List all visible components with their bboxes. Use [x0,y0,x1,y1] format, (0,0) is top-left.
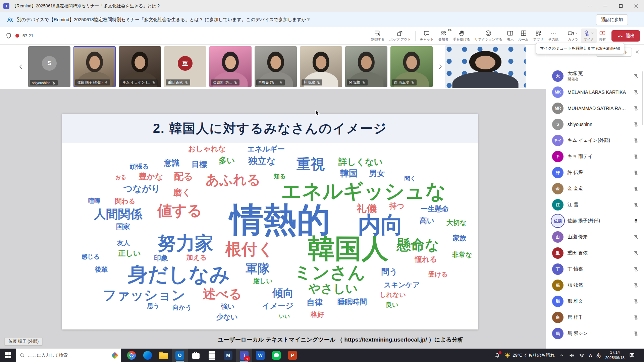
mic-muted-icon[interactable] [633,106,639,111]
taskbar-clock[interactable]: 17:14 2025/06/18 [605,350,625,360]
taskbar-app-chrome[interactable] [123,349,140,362]
taskbar-app-word[interactable]: W [252,349,268,362]
participant-row[interactable]: 丁丁 怡嘉 [546,261,644,277]
toolbar-raise-hand-button[interactable]: 手を挙げる [451,28,473,43]
toolbar-chat-button[interactable]: チャット [418,28,436,43]
participant-row[interactable]: 唐唐 梓千 [546,309,644,325]
action-center-icon[interactable] [629,352,635,358]
video-tile[interactable]: 重重田 蒼依 [164,46,206,87]
participant-row[interactable]: 馬馬 紫シン [546,325,644,342]
network-icon[interactable] [579,353,585,358]
meeting-shield-icon[interactable] [5,33,12,39]
taskbar-app-m365[interactable]: M [220,349,236,362]
toolbar-share-button[interactable]: 共有 [597,28,608,43]
ime-lang-indicator[interactable]: A [589,353,592,358]
toolbar-popout-button[interactable]: ポップ アウト [387,28,413,43]
participant-name: 張 牧然 [568,282,583,288]
mic-muted-icon[interactable] [633,234,639,240]
volume-icon[interactable] [569,353,575,358]
video-tile[interactable]: 佐藤 揚子 (外部) [73,46,116,87]
video-tile[interactable]: 関 堤換 [345,46,387,87]
taskbar-app-line[interactable] [268,349,284,362]
toolbar-mic-button[interactable]: マイク [581,28,597,43]
mic-muted-icon[interactable] [633,122,639,127]
video-tile[interactable]: 정민희 (外... [209,46,252,87]
mic-muted-icon[interactable] [633,186,639,191]
video-tile[interactable]: 白 瑪玉珍 [390,46,433,87]
mic-muted-icon[interactable] [633,170,639,175]
taskbar-app-document[interactable] [204,349,220,362]
taskbar-app-file-explorer[interactable] [156,349,172,362]
window-maximize-icon[interactable] [613,0,629,12]
filmstrip-next-button[interactable] [437,63,444,70]
ime-mode-indicator[interactable]: あ [596,352,601,358]
mic-muted-icon[interactable] [633,138,639,143]
participant-row[interactable]: 重重田 蒼依 [546,245,644,261]
participant-name: 鄭 雅文 [568,298,583,304]
start-button[interactable] [0,349,16,362]
taskbar-search-input[interactable]: ここに入力して検索 [16,349,121,362]
filmstrip-prev-button[interactable] [17,63,24,70]
window-minimize-icon[interactable] [598,0,613,12]
participant-row[interactable]: 鄭鄭 雅文 [546,293,644,309]
wordcloud-word: 努力家 [157,234,214,253]
mic-muted-icon[interactable] [633,299,639,304]
mic-muted-icon[interactable] [633,73,639,79]
mic-muted-icon[interactable] [633,154,639,159]
taskbar-app-teams[interactable]: T1 [236,349,252,362]
presenter-name-chip: 佐藤 揚子 (外部) [5,337,42,346]
tray-alert-icon[interactable] [494,353,500,358]
taskbar-app-outlook[interactable]: O [172,349,188,362]
mic-icon[interactable] [633,218,639,224]
taskbar-app-edge[interactable] [140,349,156,362]
taskbar-app-store[interactable] [188,349,204,362]
participant-row[interactable]: 金金 奎道 [546,181,644,197]
toolbar-view-button[interactable]: 表示 [504,28,516,43]
toolbar-rooms-button[interactable]: ルーム [516,28,531,43]
weather-widget[interactable]: 29°C くもりのち晴れ [504,352,555,358]
video-tile[interactable]: 朴 現建 [300,46,342,87]
participant-row[interactable]: 山山瀬 優奈 [546,229,644,245]
panel-close-icon[interactable] [634,49,641,55]
mic-muted-icon[interactable] [633,283,639,288]
chevron-down-icon[interactable] [591,32,594,35]
tray-overflow-chevron-icon[interactable] [559,353,565,358]
toolbar-more-button[interactable]: その他 [546,28,561,43]
participant-row[interactable]: Sshiyoushinn [546,116,644,132]
mic-muted-icon[interactable] [633,250,639,256]
mic-muted-icon[interactable] [633,89,639,95]
toolbar-people-button[interactable]: 24参加者 [436,28,451,43]
wordcloud-word: 強い [221,303,234,310]
spotlight-video-tile[interactable] [445,45,526,88]
participant-row[interactable]: 佐揚佐藤 揚子(外部) [546,213,644,229]
video-tile[interactable]: 최하늘 (ち... [255,46,297,87]
video-tile[interactable]: Sshiyoushinn [28,46,70,87]
video-tile[interactable]: キム イェイン (... [119,46,161,87]
participant-row[interactable]: MKMELANIA LARAS KARTIKA [546,84,644,100]
participant-row[interactable]: 張張 牧然 [546,277,644,293]
participant-row[interactable]: キイキム イェイン(外部) [546,132,644,148]
mic-muted-icon[interactable] [633,202,639,207]
mic-muted-icon[interactable] [633,266,639,272]
join-call-button[interactable]: 通話に参加 [596,14,628,25]
toolbar-react-button[interactable]: リアクションする [472,28,504,43]
participant-row[interactable]: 許許 伝煜 [546,165,644,181]
slide-attribution: ユーザーローカル テキストマイニングツール （ https://textmini… [201,336,480,344]
participant-row[interactable]: 江江 雪 [546,197,644,213]
mic-muted-icon[interactable] [633,331,639,336]
window-more-icon[interactable] [582,0,598,12]
panel-scrollbar[interactable] [642,71,643,125]
toolbar-apps-button[interactable]: アプリ [531,28,546,43]
participant-row[interactable]: 大大塚 薫開催者 [546,68,644,84]
taskbar-app-powerpoint[interactable]: P [284,349,301,362]
toolbar-control-button[interactable]: 制御する [369,28,387,43]
chevron-down-icon[interactable] [575,32,579,35]
leave-button[interactable]: 退出 [611,30,640,42]
window-close-icon[interactable] [629,0,644,12]
toolbar-camera-button[interactable]: カメラ [565,28,581,43]
mic-muted-icon[interactable] [633,315,639,320]
participant-name: 大塚 薫 [568,71,583,77]
participant-row[interactable]: MRMUHAMMAD SATRIA RAMAD... [546,100,644,116]
wordcloud-word: 独立な [248,157,276,166]
participant-row[interactable]: キキョ 雨テイ [546,148,644,165]
